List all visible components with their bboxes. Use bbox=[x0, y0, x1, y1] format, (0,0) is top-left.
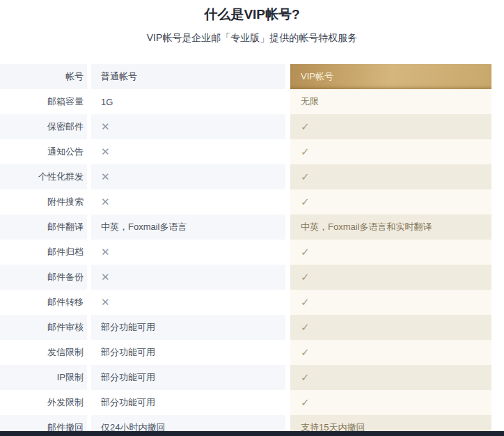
check-icon: ✓ bbox=[290, 114, 491, 139]
header-vip-account: VIP帐号 bbox=[290, 64, 491, 89]
normal-value: 中英，Foxmail多语言 bbox=[91, 215, 285, 240]
vip-value: 无限 bbox=[290, 89, 491, 114]
normal-value: 部分功能可用 bbox=[91, 365, 285, 390]
cross-icon: ✕ bbox=[91, 290, 285, 315]
cross-icon: ✕ bbox=[91, 265, 285, 290]
feature-label: IP限制 bbox=[0, 365, 87, 390]
normal-value: 部分功能可用 bbox=[91, 390, 285, 415]
table-row: 邮件审核 部分功能可用 ✓ bbox=[0, 315, 504, 340]
next-section-edge bbox=[0, 431, 504, 436]
feature-label: 保密邮件 bbox=[0, 114, 87, 139]
table-body: 邮箱容量 1G 无限 保密邮件 ✕ ✓ 通知公告 ✕ ✓ 个性化群发 ✕ ✓ 附… bbox=[0, 89, 504, 436]
feature-label: 邮件审核 bbox=[0, 315, 87, 340]
check-icon: ✓ bbox=[290, 240, 491, 265]
cross-icon: ✕ bbox=[91, 240, 285, 265]
table-header-row: 帐号 普通帐号 VIP帐号 bbox=[0, 64, 504, 89]
feature-label: 邮箱容量 bbox=[0, 89, 87, 114]
cross-icon: ✕ bbox=[91, 189, 285, 215]
normal-value: 部分功能可用 bbox=[91, 340, 285, 365]
check-icon: ✓ bbox=[290, 365, 491, 390]
cross-icon: ✕ bbox=[91, 114, 285, 139]
feature-label: 个性化群发 bbox=[0, 164, 87, 189]
table-row: 保密邮件 ✕ ✓ bbox=[0, 114, 504, 139]
check-icon: ✓ bbox=[290, 189, 491, 215]
feature-label: 附件搜索 bbox=[0, 189, 87, 215]
vip-comparison-table: 帐号 普通帐号 VIP帐号 邮箱容量 1G 无限 保密邮件 ✕ ✓ 通知公告 ✕… bbox=[0, 64, 504, 436]
header-feature: 帐号 bbox=[0, 64, 87, 89]
normal-value: 1G bbox=[91, 89, 285, 114]
feature-label: 邮件归档 bbox=[0, 240, 87, 265]
table-row: 邮件归档 ✕ ✓ bbox=[0, 240, 504, 265]
check-icon: ✓ bbox=[290, 315, 491, 340]
table-row: 邮件备份 ✕ ✓ bbox=[0, 265, 504, 290]
page-header: 什么是VIP帐号? VIP帐号是企业邮「专业版」提供的帐号特权服务 bbox=[0, 0, 504, 44]
table-row: 个性化群发 ✕ ✓ bbox=[0, 164, 504, 189]
feature-label: 邮件备份 bbox=[0, 265, 87, 290]
cross-icon: ✕ bbox=[91, 164, 285, 189]
table-row: 通知公告 ✕ ✓ bbox=[0, 139, 504, 164]
header-normal-account: 普通帐号 bbox=[91, 64, 285, 89]
check-icon: ✓ bbox=[290, 340, 491, 365]
feature-label: 外发限制 bbox=[0, 390, 87, 415]
feature-label: 邮件转移 bbox=[0, 290, 87, 315]
feature-label: 发信限制 bbox=[0, 340, 87, 365]
page-subtitle: VIP帐号是企业邮「专业版」提供的帐号特权服务 bbox=[0, 31, 504, 44]
cross-icon: ✕ bbox=[91, 139, 285, 164]
table-row: 邮件翻译 中英，Foxmail多语言 中英，Foxmail多语言和实时翻译 bbox=[0, 215, 504, 240]
table-row: 邮件转移 ✕ ✓ bbox=[0, 290, 504, 315]
feature-label: 通知公告 bbox=[0, 139, 87, 164]
table-row: 附件搜索 ✕ ✓ bbox=[0, 189, 504, 215]
table-row: 发信限制 部分功能可用 ✓ bbox=[0, 340, 504, 365]
table-row: 外发限制 部分功能可用 ✓ bbox=[0, 390, 504, 415]
check-icon: ✓ bbox=[290, 290, 491, 315]
table-row: 邮箱容量 1G 无限 bbox=[0, 89, 504, 114]
check-icon: ✓ bbox=[290, 390, 491, 415]
check-icon: ✓ bbox=[290, 139, 491, 164]
normal-value: 部分功能可用 bbox=[91, 315, 285, 340]
feature-label: 邮件翻译 bbox=[0, 215, 87, 240]
check-icon: ✓ bbox=[290, 265, 491, 290]
vip-value: 中英，Foxmail多语言和实时翻译 bbox=[290, 215, 491, 240]
table-row: IP限制 部分功能可用 ✓ bbox=[0, 365, 504, 390]
page-title: 什么是VIP帐号? bbox=[0, 6, 504, 22]
check-icon: ✓ bbox=[290, 164, 491, 189]
